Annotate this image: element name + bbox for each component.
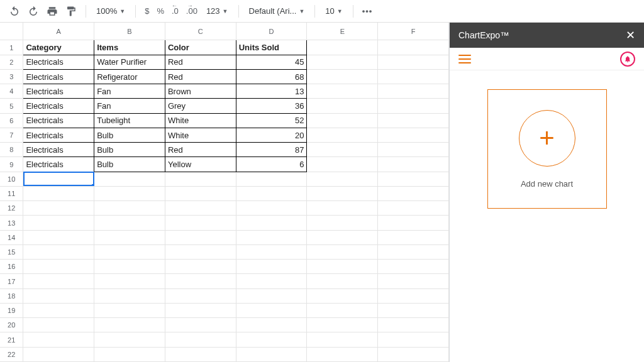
- cell[interactable]: [378, 69, 449, 84]
- row-header[interactable]: 21: [0, 332, 23, 347]
- cell[interactable]: 87: [236, 143, 307, 157]
- cell[interactable]: [94, 201, 165, 216]
- cell[interactable]: Color: [165, 40, 236, 55]
- cell[interactable]: [94, 172, 165, 186]
- font-family-dropdown[interactable]: Default (Ari... ▼: [245, 3, 309, 19]
- cell[interactable]: [165, 303, 236, 317]
- cell[interactable]: Electricals: [23, 113, 94, 128]
- cell[interactable]: [236, 172, 307, 186]
- cell[interactable]: [307, 303, 378, 317]
- cell[interactable]: [94, 347, 165, 361]
- row-header[interactable]: 5: [0, 99, 23, 113]
- increase-decimal-button[interactable]: .00→: [184, 6, 200, 16]
- cell[interactable]: [378, 216, 449, 230]
- column-header[interactable]: A: [23, 23, 94, 40]
- cell[interactable]: Water Purifier: [94, 55, 165, 69]
- cell[interactable]: [307, 40, 378, 55]
- cell[interactable]: [307, 172, 378, 186]
- cell[interactable]: [23, 318, 94, 332]
- corner-cell[interactable]: [0, 23, 23, 40]
- cell[interactable]: White: [165, 128, 236, 142]
- row-header[interactable]: 11: [0, 186, 23, 200]
- cell[interactable]: [378, 332, 449, 347]
- cell[interactable]: [23, 274, 94, 288]
- cell[interactable]: Units Sold: [236, 40, 307, 55]
- cell[interactable]: 13: [236, 84, 307, 99]
- cell[interactable]: [94, 186, 165, 200]
- format-percent-button[interactable]: %: [154, 6, 167, 16]
- cell[interactable]: [94, 244, 165, 259]
- cell[interactable]: Grey: [165, 99, 236, 113]
- cell[interactable]: [378, 318, 449, 332]
- cell[interactable]: [378, 303, 449, 317]
- cell[interactable]: [165, 318, 236, 332]
- cell[interactable]: [378, 347, 449, 361]
- cell[interactable]: [307, 84, 378, 99]
- add-new-chart-button[interactable]: + Add new chart: [487, 89, 607, 209]
- cell[interactable]: [23, 186, 94, 200]
- cell[interactable]: [378, 186, 449, 200]
- column-header[interactable]: F: [378, 23, 449, 40]
- cell[interactable]: Electricals: [23, 84, 94, 99]
- cell[interactable]: [94, 318, 165, 332]
- column-header[interactable]: B: [94, 23, 165, 40]
- row-header[interactable]: 1: [0, 40, 23, 55]
- cell[interactable]: [307, 69, 378, 84]
- cell[interactable]: [23, 347, 94, 361]
- row-header[interactable]: 19: [0, 303, 23, 317]
- cell[interactable]: [23, 216, 94, 230]
- cell[interactable]: [236, 216, 307, 230]
- cell[interactable]: [307, 318, 378, 332]
- row-header[interactable]: 6: [0, 113, 23, 128]
- cell[interactable]: Electricals: [23, 69, 94, 84]
- cell[interactable]: [94, 216, 165, 230]
- cell[interactable]: Red: [165, 55, 236, 69]
- column-header[interactable]: E: [307, 23, 378, 40]
- cell[interactable]: [307, 143, 378, 157]
- row-header[interactable]: 14: [0, 230, 23, 244]
- cell[interactable]: White: [165, 113, 236, 128]
- cell[interactable]: [236, 288, 307, 303]
- print-icon[interactable]: [44, 3, 60, 19]
- undo-icon[interactable]: [6, 3, 23, 19]
- cell[interactable]: [378, 244, 449, 259]
- cell[interactable]: 20: [236, 128, 307, 142]
- cell[interactable]: Bulb: [94, 143, 165, 157]
- cell[interactable]: [23, 288, 94, 303]
- cell[interactable]: 36: [236, 99, 307, 113]
- cell[interactable]: [23, 201, 94, 216]
- cell[interactable]: [165, 186, 236, 200]
- row-header[interactable]: 8: [0, 143, 23, 157]
- cell[interactable]: Electricals: [23, 157, 94, 172]
- cell[interactable]: Red: [165, 143, 236, 157]
- cell[interactable]: [307, 274, 378, 288]
- cell[interactable]: [378, 172, 449, 186]
- cell[interactable]: [165, 216, 236, 230]
- font-size-dropdown[interactable]: 10 ▼: [321, 3, 346, 19]
- cell[interactable]: 68: [236, 69, 307, 84]
- cell[interactable]: [23, 230, 94, 244]
- zoom-dropdown[interactable]: 100% ▼: [92, 3, 129, 19]
- cell[interactable]: [23, 303, 94, 317]
- cell[interactable]: Category: [23, 40, 94, 55]
- cell[interactable]: Refigerator: [94, 69, 165, 84]
- cell[interactable]: [23, 244, 94, 259]
- cell[interactable]: [236, 318, 307, 332]
- row-header[interactable]: 9: [0, 157, 23, 172]
- cell[interactable]: [307, 230, 378, 244]
- cell[interactable]: [94, 230, 165, 244]
- cell[interactable]: [165, 260, 236, 274]
- cell[interactable]: [378, 55, 449, 69]
- cell[interactable]: Electricals: [23, 128, 94, 142]
- cell[interactable]: [307, 99, 378, 113]
- cell[interactable]: [236, 186, 307, 200]
- cell[interactable]: Bulb: [94, 128, 165, 142]
- cell[interactable]: [94, 260, 165, 274]
- cell[interactable]: [378, 157, 449, 172]
- number-format-dropdown[interactable]: 123 ▼: [203, 3, 232, 19]
- cell[interactable]: 6: [236, 157, 307, 172]
- cell[interactable]: [94, 288, 165, 303]
- cell[interactable]: [165, 244, 236, 259]
- format-currency-button[interactable]: $: [142, 6, 152, 16]
- cell[interactable]: [378, 143, 449, 157]
